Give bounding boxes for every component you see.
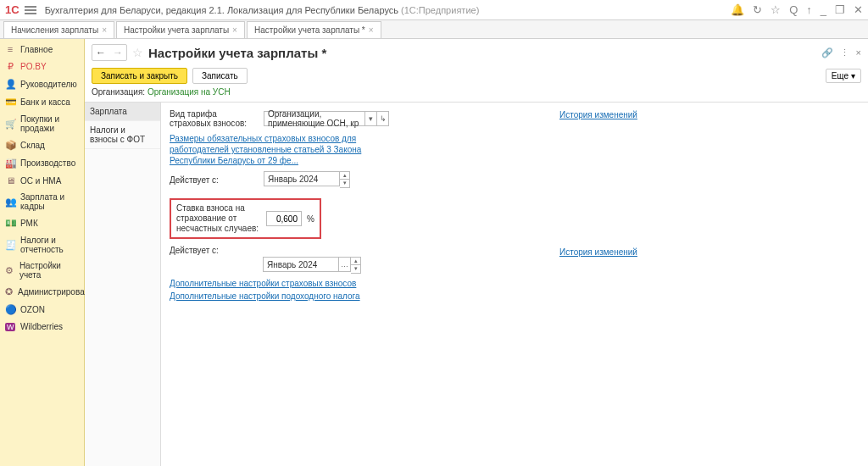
- form-tab-salary[interactable]: Зарплата: [85, 103, 160, 121]
- spin-down-icon: ▾: [340, 180, 349, 187]
- app-title: Бухгалтерия для Беларуси, редакция 2.1. …: [45, 5, 480, 15]
- ozon-icon: 🔵: [5, 304, 15, 315]
- save-close-button[interactable]: Записать и закрыть: [92, 68, 187, 84]
- toolbar: Записать и закрыть Записать Еще▾: [85, 66, 868, 86]
- organization-link[interactable]: Организация на УСН: [147, 87, 231, 97]
- spin-down-icon: ▾: [351, 265, 360, 273]
- more-button[interactable]: Еще▾: [826, 69, 861, 83]
- open-icon[interactable]: ↳: [377, 111, 389, 126]
- sidebar-item-manager[interactable]: 👤Руководителю: [0, 75, 84, 93]
- date-spinner-2[interactable]: ▴▾: [351, 257, 361, 274]
- sidebar-item-poby[interactable]: ₽PO.BY: [0, 58, 84, 75]
- effective-date-input[interactable]: Январь 2024: [264, 171, 340, 186]
- close-page-icon[interactable]: ×: [856, 47, 861, 58]
- ruble-icon: ₽: [5, 61, 15, 72]
- box-icon: 📦: [5, 140, 15, 151]
- form-tab-taxes[interactable]: Налоги и взносы с ФОТ: [85, 121, 160, 149]
- admin-icon: ✪: [5, 286, 13, 297]
- options-icon[interactable]: ⋮: [840, 47, 849, 58]
- nav-forward-icon[interactable]: →: [109, 45, 126, 60]
- restore-icon[interactable]: ❐: [835, 3, 845, 16]
- user-icon: 👤: [5, 79, 15, 90]
- sidebar-item-ozon[interactable]: 🔵OZON: [0, 301, 84, 319]
- chevron-down-icon: ▾: [851, 71, 855, 80]
- form-tabs: Зарплата Налоги и взносы с ФОТ: [85, 103, 161, 466]
- nav-buttons: ← →: [92, 44, 127, 61]
- spin-up-icon: ▴: [340, 172, 349, 180]
- save-button[interactable]: Записать: [192, 68, 248, 84]
- sidebar-item-os[interactable]: 🖥ОС и НМА: [0, 172, 84, 189]
- cart-icon: 🛒: [5, 119, 15, 130]
- star-icon[interactable]: ☆: [771, 3, 781, 16]
- rate-highlight: Ставка взноса на страхование от несчастн…: [170, 198, 321, 239]
- spin-up-icon: ▴: [351, 258, 360, 265]
- sidebar-item-tax[interactable]: 🧾Налоги и отчетность: [0, 232, 84, 258]
- gear-icon: ⚙: [5, 265, 14, 276]
- sidebar-item-trade[interactable]: 🛒Покупки и продажи: [0, 111, 84, 136]
- date-spinner[interactable]: ▴▾: [340, 171, 350, 188]
- extra-settings-link[interactable]: Дополнительные настройки страховых взнос…: [170, 279, 860, 288]
- titlebar: 1С Бухгалтерия для Беларуси, редакция 2.…: [0, 0, 868, 20]
- search-icon[interactable]: Q: [789, 3, 798, 16]
- sidebar-item-production[interactable]: 🏭Производство: [0, 154, 84, 172]
- history-link[interactable]: История изменений: [559, 110, 637, 119]
- money-icon: 💵: [5, 218, 15, 229]
- sidebar-item-wb[interactable]: WWildberries: [0, 319, 84, 335]
- tab-close-icon[interactable]: ×: [369, 25, 374, 35]
- sidebar-item-rmk[interactable]: 💵РМК: [0, 214, 84, 232]
- organization-row: Организация: Организация на УСН: [85, 86, 868, 102]
- tab-item[interactable]: Настройки учета зарплаты *×: [247, 21, 381, 38]
- receipt-icon: 🧾: [5, 240, 15, 251]
- tariff-select[interactable]: Организации, применяющие ОСН, кр: [264, 111, 365, 126]
- app-logo: 1С: [5, 3, 19, 16]
- effective-date-input-2[interactable]: Январь 2024: [263, 257, 339, 272]
- sidebar-item-main[interactable]: ≡Главное: [0, 41, 84, 58]
- ellipsis-icon[interactable]: …: [339, 257, 351, 272]
- menu-icon: ≡: [5, 44, 15, 54]
- law-link[interactable]: Размеры обязательных страховых взносов д…: [170, 133, 390, 166]
- tab-close-icon[interactable]: ×: [232, 25, 237, 35]
- title-actions: 🔔 ↻ ☆ Q ↑ _ ❐ ✕: [731, 3, 863, 16]
- page-title: Настройки учета зарплаты *: [148, 46, 326, 60]
- tab-item[interactable]: Начисления зарплаты×: [3, 21, 114, 38]
- link-icon[interactable]: 🔗: [821, 47, 833, 58]
- help-icon[interactable]: ↑: [806, 3, 812, 16]
- minimize-icon[interactable]: _: [821, 3, 826, 16]
- effective-label-2: Действует с:: [170, 246, 259, 255]
- card-icon: 💳: [5, 97, 15, 108]
- history-link-2[interactable]: История изменений: [559, 247, 637, 257]
- wb-icon: W: [5, 323, 15, 331]
- tabsbar: Начисления зарплаты× Настройки учета зар…: [0, 20, 868, 39]
- sidebar-item-admin[interactable]: ✪Администрирование: [0, 283, 84, 301]
- favorite-icon[interactable]: ☆: [132, 46, 143, 59]
- sidebar-item-stock[interactable]: 📦Склад: [0, 136, 84, 154]
- monitor-icon: 🖥: [5, 175, 15, 186]
- dropdown-icon[interactable]: ▾: [365, 111, 377, 126]
- tab-item[interactable]: Настройки учета зарплаты×: [116, 21, 245, 38]
- hamburger-icon[interactable]: [25, 6, 36, 14]
- history-icon[interactable]: ↻: [753, 3, 762, 16]
- tariff-label: Вид тарифа страховых взносов:: [170, 109, 259, 128]
- sidebar-item-settings[interactable]: ⚙Настройки учета: [0, 258, 84, 283]
- rate-input[interactable]: [266, 211, 302, 226]
- form-content: Вид тарифа страховых взносов: Организаци…: [161, 103, 868, 466]
- tab-close-icon[interactable]: ×: [102, 25, 107, 35]
- page-header: ← → ☆ Настройки учета зарплаты * 🔗 ⋮ ×: [85, 39, 868, 66]
- income-tax-settings-link[interactable]: Дополнительные настройки подоходного нал…: [170, 291, 860, 301]
- sidebar-item-bank[interactable]: 💳Банк и касса: [0, 93, 84, 111]
- effective-label: Действует с:: [170, 175, 259, 185]
- rate-label: Ставка взноса на страхование от несчастн…: [176, 203, 261, 234]
- percent-label: %: [307, 214, 314, 224]
- sidebar: ≡Главное ₽PO.BY 👤Руководителю 💳Банк и ка…: [0, 39, 85, 466]
- close-icon[interactable]: ✕: [854, 3, 863, 16]
- bell-icon[interactable]: 🔔: [731, 3, 744, 16]
- factory-icon: 🏭: [5, 158, 15, 169]
- nav-back-icon[interactable]: ←: [92, 45, 109, 60]
- sidebar-item-salary[interactable]: 👥Зарплата и кадры: [0, 189, 84, 214]
- people-icon: 👥: [5, 197, 15, 208]
